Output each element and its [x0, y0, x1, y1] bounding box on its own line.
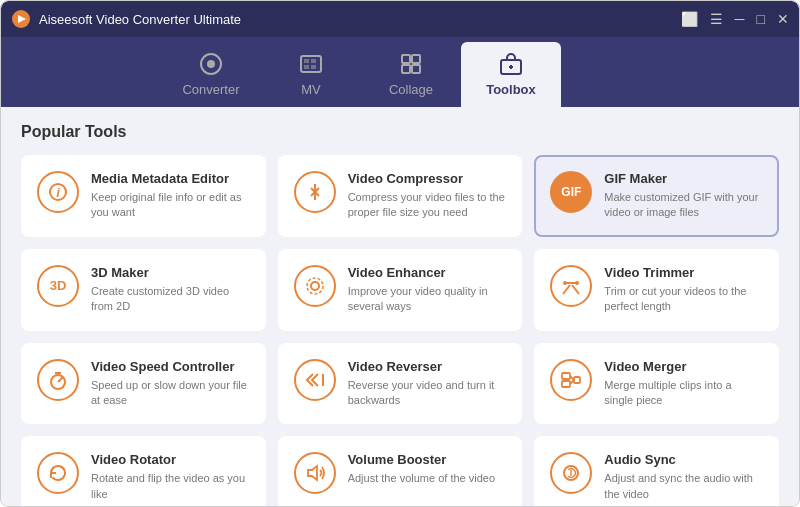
svg-rect-31	[562, 381, 570, 387]
app-title: Aiseesoft Video Converter Ultimate	[39, 12, 241, 27]
video-compressor-desc: Compress your video files to the proper …	[348, 190, 507, 221]
tab-collage[interactable]: Collage	[361, 42, 461, 107]
volume-booster-desc: Adjust the volume of the video	[348, 471, 495, 486]
video-rotator-text: Video Rotator Rotate and flip the video …	[91, 452, 250, 502]
tab-mv[interactable]: MV	[261, 42, 361, 107]
video-merger-name: Video Merger	[604, 359, 763, 374]
volume-booster-icon	[294, 452, 336, 494]
tab-converter[interactable]: Converter	[161, 42, 261, 107]
svg-text:i: i	[56, 185, 60, 200]
tab-toolbox[interactable]: Toolbox	[461, 42, 561, 107]
svg-rect-9	[412, 55, 420, 63]
collage-icon	[399, 52, 423, 76]
video-enhancer-icon	[294, 265, 336, 307]
tool-video-compressor[interactable]: Video Compressor Compress your video fil…	[278, 155, 523, 237]
tool-media-metadata-editor[interactable]: i Media Metadata Editor Keep original fi…	[21, 155, 266, 237]
svg-rect-11	[412, 65, 420, 73]
video-enhancer-desc: Improve your video quality in several wa…	[348, 284, 507, 315]
svg-rect-34	[574, 377, 580, 383]
tool-gif-maker[interactable]: GIF GIF Maker Make customized GIF with y…	[534, 155, 779, 237]
converter-icon	[199, 52, 223, 76]
video-compressor-icon	[294, 171, 336, 213]
3d-maker-desc: Create customized 3D video from 2D	[91, 284, 250, 315]
maximize-icon[interactable]: □	[757, 11, 765, 27]
tool-video-reverser[interactable]: Video Reverser Reverse your video and tu…	[278, 343, 523, 425]
video-enhancer-text: Video Enhancer Improve your video qualit…	[348, 265, 507, 315]
gif-maker-text: GIF Maker Make customized GIF with your …	[604, 171, 763, 221]
video-trimmer-name: Video Trimmer	[604, 265, 763, 280]
gif-maker-name: GIF Maker	[604, 171, 763, 186]
3d-maker-icon: 3D	[37, 265, 79, 307]
audio-sync-text: Audio Sync Adjust and sync the audio wit…	[604, 452, 763, 502]
tool-video-trimmer[interactable]: Video Trimmer Trim or cut your videos to…	[534, 249, 779, 331]
app-logo-icon	[11, 9, 31, 29]
video-speed-controller-desc: Speed up or slow down your file at ease	[91, 378, 250, 409]
tab-collage-label: Collage	[389, 82, 433, 97]
nav-tabs: Converter MV Collage Toolbox	[1, 37, 799, 107]
video-compressor-name: Video Compressor	[348, 171, 507, 186]
svg-point-24	[563, 281, 567, 285]
svg-rect-7	[311, 65, 316, 69]
hamburger-icon[interactable]: ☰	[710, 11, 723, 27]
tab-mv-label: MV	[301, 82, 321, 97]
titlebar-left: Aiseesoft Video Converter Ultimate	[11, 9, 241, 29]
tool-audio-sync[interactable]: Audio Sync Adjust and sync the audio wit…	[534, 436, 779, 507]
svg-rect-4	[304, 59, 309, 63]
video-rotator-icon	[37, 452, 79, 494]
tool-video-enhancer[interactable]: Video Enhancer Improve your video qualit…	[278, 249, 523, 331]
svg-point-20	[307, 278, 323, 294]
audio-sync-icon	[550, 452, 592, 494]
video-enhancer-name: Video Enhancer	[348, 265, 507, 280]
svg-line-27	[58, 377, 63, 382]
volume-booster-name: Volume Booster	[348, 452, 495, 467]
svg-point-19	[311, 282, 319, 290]
3d-maker-name: 3D Maker	[91, 265, 250, 280]
video-reverser-desc: Reverse your video and turn it backwards	[348, 378, 507, 409]
video-merger-icon	[550, 359, 592, 401]
video-trimmer-icon	[550, 265, 592, 307]
media-metadata-editor-icon: i	[37, 171, 79, 213]
media-metadata-editor-desc: Keep original file info or edit as you w…	[91, 190, 250, 221]
svg-rect-3	[301, 56, 321, 72]
video-trimmer-text: Video Trimmer Trim or cut your videos to…	[604, 265, 763, 315]
svg-rect-8	[402, 55, 410, 63]
tool-video-merger[interactable]: Video Merger Merge multiple clips into a…	[534, 343, 779, 425]
tool-video-speed-controller[interactable]: Video Speed Controller Speed up or slow …	[21, 343, 266, 425]
volume-booster-text: Volume Booster Adjust the volume of the …	[348, 452, 495, 486]
svg-point-25	[575, 281, 579, 285]
svg-rect-10	[402, 65, 410, 73]
tab-toolbox-label: Toolbox	[486, 82, 536, 97]
video-merger-text: Video Merger Merge multiple clips into a…	[604, 359, 763, 409]
video-rotator-desc: Rotate and flip the video as you like	[91, 471, 250, 502]
media-metadata-editor-name: Media Metadata Editor	[91, 171, 250, 186]
video-compressor-text: Video Compressor Compress your video fil…	[348, 171, 507, 221]
audio-sync-name: Audio Sync	[604, 452, 763, 467]
caption-icon[interactable]: ⬜	[681, 11, 698, 27]
tool-volume-booster[interactable]: Volume Booster Adjust the volume of the …	[278, 436, 523, 507]
3d-maker-text: 3D Maker Create customized 3D video from…	[91, 265, 250, 315]
gif-maker-desc: Make customized GIF with your video or i…	[604, 190, 763, 221]
audio-sync-desc: Adjust and sync the audio with the video	[604, 471, 763, 502]
minimize-icon[interactable]: ─	[735, 11, 745, 27]
video-merger-desc: Merge multiple clips into a single piece	[604, 378, 763, 409]
svg-marker-35	[308, 466, 317, 480]
svg-point-2	[207, 60, 215, 68]
gif-maker-icon: GIF	[550, 171, 592, 213]
video-reverser-icon	[294, 359, 336, 401]
tools-grid: i Media Metadata Editor Keep original fi…	[21, 155, 779, 507]
section-title: Popular Tools	[21, 123, 779, 141]
video-speed-controller-name: Video Speed Controller	[91, 359, 250, 374]
video-speed-controller-icon	[37, 359, 79, 401]
tool-video-rotator[interactable]: Video Rotator Rotate and flip the video …	[21, 436, 266, 507]
video-reverser-name: Video Reverser	[348, 359, 507, 374]
titlebar: Aiseesoft Video Converter Ultimate ⬜ ☰ ─…	[1, 1, 799, 37]
media-metadata-editor-text: Media Metadata Editor Keep original file…	[91, 171, 250, 221]
close-icon[interactable]: ✕	[777, 11, 789, 27]
mv-icon	[299, 52, 323, 76]
tab-converter-label: Converter	[182, 82, 239, 97]
svg-line-21	[563, 285, 570, 294]
svg-rect-6	[304, 65, 309, 69]
svg-rect-5	[311, 59, 316, 63]
tool-3d-maker[interactable]: 3D 3D Maker Create customized 3D video f…	[21, 249, 266, 331]
video-trimmer-desc: Trim or cut your videos to the perfect l…	[604, 284, 763, 315]
